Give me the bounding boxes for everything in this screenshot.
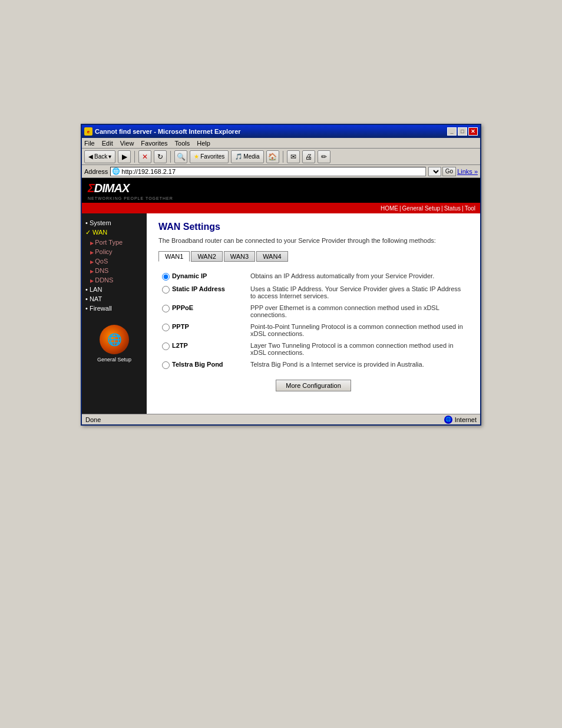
close-button[interactable]: ✕	[468, 127, 478, 136]
back-label: Back	[94, 153, 107, 160]
table-row: Telstra Big Pond Telstra Big Pond is a I…	[158, 358, 468, 371]
sidebar-item-system[interactable]: System	[85, 218, 143, 228]
window-controls[interactable]: _ □ ✕	[447, 127, 478, 136]
main-content: System ✓ WAN Port Type Policy QoS	[82, 213, 480, 414]
stop-button[interactable]: ✕	[138, 150, 151, 163]
nav-general-setup[interactable]: General Setup	[402, 205, 441, 212]
address-label: Address	[84, 168, 108, 175]
address-input-wrapper[interactable]: 🌐 http://192.168.2.17	[110, 167, 425, 176]
back-dropdown-icon: ▾	[108, 153, 111, 160]
sidebar-logo-text: General Setup	[85, 357, 143, 363]
search-button[interactable]: 🔍	[174, 150, 187, 163]
back-button[interactable]: ◀ Back ▾	[84, 150, 115, 163]
mail-button[interactable]: ✉	[287, 150, 300, 163]
pppoe-desc: PPP over Ethernet is a common connection…	[247, 302, 468, 321]
pppoe-radio[interactable]	[162, 305, 170, 312]
sidebar-item-wan[interactable]: ✓ WAN	[85, 228, 143, 238]
sidebar-wan-label: WAN	[92, 229, 107, 236]
sidebar-item-firewall[interactable]: Firewall	[85, 304, 143, 313]
table-row: PPPoE PPP over Ethernet is a common conn…	[158, 302, 468, 321]
status-bar: Done 🌐 Internet	[82, 414, 480, 424]
dynamic-ip-radio[interactable]	[162, 273, 170, 281]
content-area: WAN Settings The Broadband router can be…	[147, 213, 480, 414]
browser-window: e Cannot find server - Microsoft Interne…	[81, 124, 481, 426]
sidebar-dns-label: DNS	[95, 267, 108, 274]
sidebar-system-label: System	[90, 219, 111, 226]
edimax-logo: ΣDIMAX	[88, 182, 173, 195]
sidebar-ddns-label: DDNS	[95, 276, 113, 284]
menu-view[interactable]: View	[120, 140, 134, 147]
edit-page-button[interactable]: ✏	[318, 150, 330, 163]
telstra-desc: Telstra Big Pond is a Internet service i…	[247, 358, 468, 371]
sidebar-item-ddns[interactable]: DDNS	[85, 275, 143, 285]
dynamic-ip-label: Dynamic IP	[172, 272, 207, 279]
telstra-radio[interactable]	[162, 361, 170, 369]
sidebar-nat-label: NAT	[90, 295, 102, 302]
sidebar-item-policy[interactable]: Policy	[85, 247, 143, 256]
minimize-button[interactable]: _	[447, 127, 457, 136]
maximize-button[interactable]: □	[458, 127, 467, 136]
sidebar-lan-label: LAN	[90, 286, 102, 293]
static-ip-label: Static IP Address	[172, 285, 225, 292]
wan-tab-2[interactable]: WAN2	[191, 251, 222, 262]
l2tp-label: L2TP	[172, 342, 188, 349]
favorites-button[interactable]: ★ Favorites	[190, 150, 229, 163]
menu-tools[interactable]: Tools	[175, 140, 190, 147]
wan-tab-3[interactable]: WAN3	[224, 251, 255, 262]
refresh-button[interactable]: ↻	[154, 150, 167, 163]
brand-tagline: NETWORKING PEOPLE TOGETHER	[88, 196, 173, 200]
sidebar-qos-label: QoS	[95, 258, 108, 265]
go-button[interactable]: Go	[442, 167, 456, 176]
table-row: Static IP Address Uses a Static IP Addre…	[158, 283, 468, 302]
menu-file[interactable]: File	[84, 140, 95, 147]
pptp-radio[interactable]	[162, 324, 170, 331]
sidebar-logo-image: 🌐	[100, 325, 129, 354]
page-title: WAN Settings	[158, 222, 468, 232]
nav-status[interactable]: Status	[444, 205, 461, 212]
status-done-text: Done	[85, 416, 101, 423]
home-button[interactable]: 🏠	[266, 150, 279, 163]
media-icon: 🎵	[235, 153, 242, 160]
sidebar-item-dns[interactable]: DNS	[85, 266, 143, 275]
static-ip-desc: Uses a Static IP Address. Your Service P…	[247, 283, 468, 302]
media-button[interactable]: 🎵 Media	[231, 150, 263, 163]
page-description: The Broadband router can be connected to…	[158, 237, 468, 244]
links-button[interactable]: Links »	[457, 168, 478, 175]
forward-button[interactable]: ▶	[118, 150, 131, 163]
more-config-button[interactable]: More Configuration	[276, 380, 351, 391]
brand-name: DIMAX	[94, 182, 129, 195]
sidebar-logo: 🌐 General Setup	[85, 325, 143, 363]
menu-favorites[interactable]: Favorites	[141, 140, 167, 147]
window-title: Cannot find server - Microsoft Internet …	[95, 128, 241, 135]
wan-tabs: WAN1 WAN2 WAN3 WAN4	[158, 251, 468, 262]
pptp-label: PPTP	[172, 323, 189, 330]
sidebar-port-type-label: Port Type	[95, 239, 123, 246]
menu-help[interactable]: Help	[197, 140, 210, 147]
sidebar-item-qos[interactable]: QoS	[85, 256, 143, 266]
wan-tab-1[interactable]: WAN1	[158, 251, 190, 262]
sidebar-item-port-type[interactable]: Port Type	[85, 238, 143, 247]
wan-tab-4[interactable]: WAN4	[256, 251, 287, 262]
sidebar: System ✓ WAN Port Type Policy QoS	[82, 213, 147, 414]
print-button[interactable]: 🖨	[302, 150, 315, 163]
address-history[interactable]	[428, 167, 441, 176]
l2tp-radio[interactable]	[162, 342, 170, 350]
table-row: PPTP Point-to-Point Tunneling Protocol i…	[158, 321, 468, 340]
static-ip-radio[interactable]	[162, 286, 170, 294]
edimax-header: ΣDIMAX NETWORKING PEOPLE TOGETHER	[82, 178, 480, 203]
address-value[interactable]: http://192.168.2.17	[121, 168, 176, 175]
menu-bar: File Edit View Favorites Tools Help	[82, 138, 480, 149]
nav-home[interactable]: HOME	[381, 205, 398, 212]
sidebar-firewall-label: Firewall	[90, 305, 112, 312]
toolbar-sep-3	[283, 151, 283, 163]
nav-tool[interactable]: Tool	[465, 205, 475, 212]
sidebar-item-nat[interactable]: NAT	[85, 294, 143, 304]
telstra-label: Telstra Big Pond	[172, 361, 223, 368]
menu-edit[interactable]: Edit	[102, 140, 113, 147]
back-arrow-icon: ◀	[88, 153, 93, 160]
address-icon: 🌐	[112, 167, 120, 175]
toolbar-sep-1	[134, 151, 135, 163]
sidebar-item-lan[interactable]: LAN	[85, 285, 143, 294]
internet-icon: 🌐	[444, 416, 452, 424]
address-bar: Address 🌐 http://192.168.2.17 Go Links »	[82, 165, 480, 178]
